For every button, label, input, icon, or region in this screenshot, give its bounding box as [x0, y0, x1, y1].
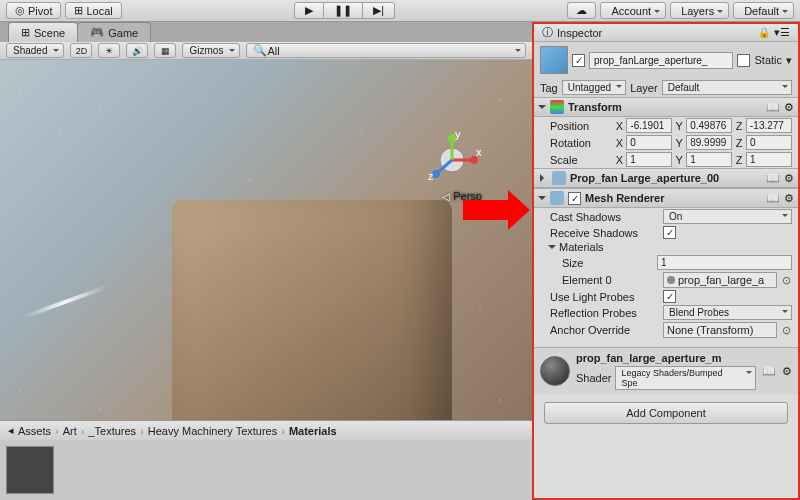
play-button[interactable]: ▶ — [294, 2, 324, 19]
transform-header[interactable]: Transform 📖 ⚙ — [534, 97, 798, 117]
tag-dropdown[interactable]: Untagged — [562, 80, 626, 95]
lighting-toggle[interactable]: ☀ — [98, 43, 120, 58]
static-dropdown-icon[interactable]: ▾ — [786, 54, 792, 67]
foldout-icon[interactable] — [548, 245, 556, 253]
svg-text:z: z — [428, 170, 434, 182]
foldout-icon — [540, 174, 548, 182]
help-icon[interactable]: 📖 — [766, 192, 780, 205]
meshrenderer-icon — [550, 191, 564, 205]
scene-tab[interactable]: ⊞Scene — [8, 22, 78, 42]
gear-icon[interactable]: ⚙ — [782, 365, 792, 378]
crumb[interactable]: _Textures — [88, 425, 136, 437]
layer-dropdown[interactable]: Default — [662, 80, 792, 95]
scene-toolbar: Shaded 2D ☀ 🔊 ▦ Gizmos 🔍All — [0, 42, 532, 60]
static-checkbox[interactable] — [737, 54, 750, 67]
transform-icon — [550, 100, 564, 114]
static-label: Static — [754, 54, 782, 66]
gizmos-dropdown[interactable]: Gizmos — [182, 43, 240, 58]
materials-label: Materials — [559, 241, 604, 253]
light-probes-checkbox[interactable] — [663, 290, 676, 303]
cloud-button[interactable]: ☁ — [567, 2, 596, 19]
info-icon: ⓘ — [542, 25, 553, 40]
annotation-arrow — [463, 200, 508, 220]
2d-toggle[interactable]: 2D — [70, 43, 92, 58]
fx-toggle[interactable]: ▦ — [154, 43, 176, 58]
rot-x-field[interactable] — [626, 135, 672, 150]
scale-x-field[interactable] — [626, 152, 672, 167]
receive-shadows-label: Receive Shadows — [550, 227, 660, 239]
crumb[interactable]: Art — [63, 425, 77, 437]
mat-size-label: Size — [562, 257, 654, 269]
meshrenderer-header[interactable]: Mesh Renderer 📖 ⚙ — [534, 188, 798, 208]
scale-z-field[interactable] — [746, 152, 792, 167]
play-controls: ▶ ❚❚ ▶| — [294, 2, 395, 19]
crumb[interactable]: Heavy Machinery Textures — [148, 425, 277, 437]
cast-shadows-label: Cast Shadows — [550, 211, 660, 223]
scale-y-field[interactable] — [686, 152, 732, 167]
shading-mode-dropdown[interactable]: Shaded — [6, 43, 64, 58]
pos-z-field[interactable] — [746, 118, 792, 133]
help-icon[interactable]: 📖 — [762, 365, 776, 378]
asset-thumbnail[interactable] — [6, 446, 54, 494]
help-icon[interactable]: 📖 — [766, 101, 780, 114]
rot-z-field[interactable] — [746, 135, 792, 150]
object-name-field[interactable]: prop_fanLarge_aperture_ — [589, 52, 733, 69]
mat-element0-field[interactable]: prop_fan_large_a — [663, 272, 777, 288]
local-toggle[interactable]: ⊞Local — [65, 2, 121, 19]
tag-label: Tag — [540, 82, 558, 94]
crumb[interactable]: Materials — [289, 425, 337, 437]
gear-icon[interactable]: ⚙ — [784, 101, 794, 114]
material-preview-icon — [540, 356, 570, 386]
anchor-override-field[interactable]: None (Transform) — [663, 322, 777, 338]
rot-y-field[interactable] — [686, 135, 732, 150]
project-assets — [0, 440, 532, 500]
crumb[interactable]: Assets — [18, 425, 51, 437]
layers-dropdown[interactable]: Layers — [670, 2, 729, 19]
meshfilter-icon — [552, 171, 566, 185]
svg-text:x: x — [476, 146, 482, 158]
pos-y-field[interactable] — [686, 118, 732, 133]
light-probes-label: Use Light Probes — [550, 291, 660, 303]
gear-icon[interactable]: ⚙ — [784, 172, 794, 185]
scale-label: Scale — [550, 154, 613, 166]
rotation-label: Rotation — [550, 137, 613, 149]
material-header[interactable]: prop_fan_large_aperture_m ShaderLegacy S… — [534, 347, 798, 394]
layout-dropdown[interactable]: Default — [733, 2, 794, 19]
material-dot-icon — [667, 276, 675, 284]
tag-layer-row: Tag Untagged Layer Default — [534, 78, 798, 97]
meshfilter-header[interactable]: Prop_fan Large_aperture_00 📖 ⚙ — [534, 168, 798, 188]
meshrenderer-enabled-checkbox[interactable] — [568, 192, 581, 205]
object-picker-icon[interactable]: ⊙ — [780, 274, 792, 287]
object-picker-icon[interactable]: ⊙ — [780, 324, 792, 337]
add-component-button[interactable]: Add Component — [544, 402, 788, 424]
pause-button[interactable]: ❚❚ — [324, 2, 363, 19]
audio-toggle[interactable]: 🔊 — [126, 43, 148, 58]
scene-viewport[interactable]: x y z ◁ Persp — [0, 60, 532, 420]
foldout-icon — [538, 105, 546, 113]
orientation-gizmo[interactable]: x y z — [422, 130, 482, 190]
help-icon[interactable]: 📖 — [766, 172, 780, 185]
breadcrumb: ◂ Assets› Art› _Textures› Heavy Machiner… — [0, 420, 532, 440]
game-tab[interactable]: 🎮Game — [77, 22, 151, 42]
panel-menu-icon[interactable]: ▾☰ — [774, 26, 790, 39]
mat-size-field[interactable] — [657, 255, 792, 270]
mat-element0-label: Element 0 — [562, 274, 660, 286]
step-button[interactable]: ▶| — [363, 2, 395, 19]
gear-icon[interactable]: ⚙ — [784, 192, 794, 205]
shader-dropdown[interactable]: Legacy Shaders/Bumped Spe — [615, 366, 756, 390]
reflection-probes-dropdown[interactable]: Blend Probes — [663, 305, 792, 320]
receive-shadows-checkbox[interactable] — [663, 226, 676, 239]
cast-shadows-dropdown[interactable]: On — [663, 209, 792, 224]
pivot-toggle[interactable]: ◎Pivot — [6, 2, 61, 19]
view-tabs: ⊞Scene 🎮Game — [0, 22, 532, 42]
gameobject-icon[interactable] — [540, 46, 568, 74]
active-checkbox[interactable] — [572, 54, 585, 67]
account-dropdown[interactable]: Account — [600, 2, 666, 19]
pos-x-field[interactable] — [626, 118, 672, 133]
lock-icon[interactable]: 🔒 — [758, 27, 770, 38]
svg-text:y: y — [455, 130, 461, 140]
scene-search[interactable]: 🔍All — [246, 43, 526, 58]
scene-object — [172, 200, 452, 420]
inspector-panel: ⓘ Inspector 🔒 ▾☰ prop_fanLarge_aperture_… — [532, 22, 800, 500]
inspector-tab[interactable]: ⓘ Inspector 🔒 ▾☰ — [534, 24, 798, 42]
